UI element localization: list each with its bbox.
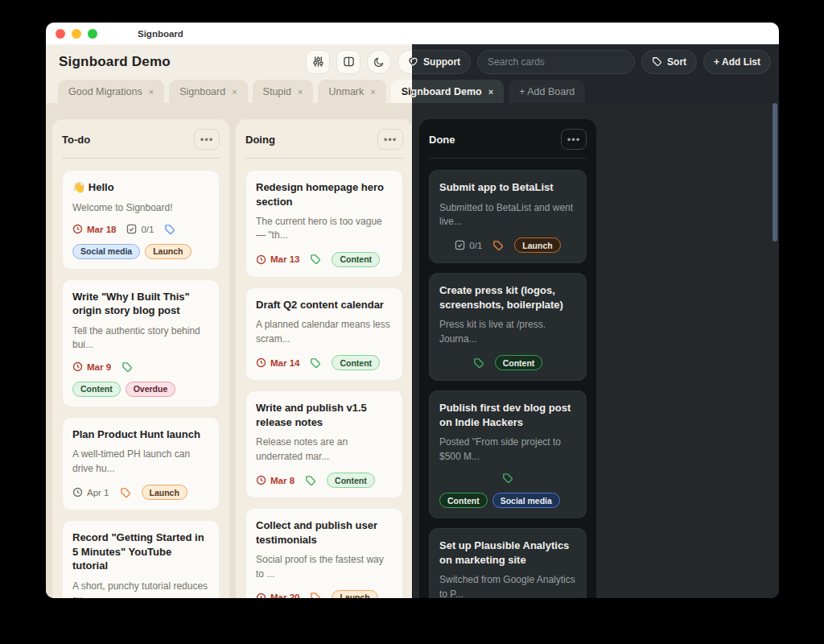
tag-icon	[120, 487, 131, 498]
clock-icon	[72, 361, 83, 372]
card[interactable]: Collect and publish user testimonials So…	[245, 508, 403, 598]
card[interactable]: Plan Product Hunt launch A well-timed PH…	[62, 417, 220, 510]
card-title: 👋 Hello	[72, 180, 209, 195]
tag-pill: Launch	[142, 485, 187, 500]
due-date: Mar 18	[72, 224, 116, 234]
column-todo: To-do ••• 👋 Hello Welcome to Signboard! …	[52, 119, 229, 598]
add-list-button[interactable]: + Add List	[703, 50, 771, 74]
board-view-button[interactable]	[336, 50, 360, 74]
card-description: Welcome to Signboard!	[72, 201, 209, 215]
card[interactable]: Write "Why I Built This" origin story bl…	[62, 279, 220, 407]
column-title: Doing	[245, 134, 275, 146]
tag-pill: Launch	[332, 590, 377, 598]
column-title: Done	[429, 134, 455, 146]
card[interactable]: Set up Plausible Analytics on marketing …	[429, 528, 587, 598]
tag-pill: Content	[327, 473, 375, 488]
divider	[429, 158, 587, 159]
app-window: Signboard Signboard Demo	[46, 23, 779, 598]
card-description: Release notes are an underrated mar...	[256, 436, 393, 464]
card-title: Record "Getting Started in 5 Minutes" Yo…	[72, 530, 209, 573]
column-doing: Doing ••• Redesign homepage hero section…	[236, 119, 413, 598]
tab-good-migrations[interactable]: Good Migrations ×	[58, 80, 164, 103]
card-description: Switched from Google Analytics to P...	[439, 573, 576, 598]
card-title: Redesign homepage hero section	[256, 180, 393, 208]
column-menu-button[interactable]: •••	[561, 129, 587, 150]
card[interactable]: Record "Getting Started in 5 Minutes" Yo…	[62, 520, 220, 598]
tab-label: Stupid	[263, 86, 291, 97]
tag-icon	[164, 224, 175, 235]
close-icon[interactable]: ×	[149, 87, 154, 97]
close-icon[interactable]: ×	[298, 87, 303, 97]
due-date: Mar 20	[256, 592, 299, 598]
card[interactable]: Create press kit (logos, screenshots, bo…	[429, 273, 587, 381]
close-window-button[interactable]	[56, 29, 65, 39]
due-date: Mar 14	[256, 357, 299, 368]
card-title: Plan Product Hunt launch	[72, 427, 209, 442]
card-description: Posted "From side project to $500 M...	[439, 436, 576, 464]
card-description: Submitted to BetaList and went live...	[439, 201, 576, 229]
tag-pill: Launch	[514, 237, 560, 253]
card-title: Publish first dev blog post on Indie Hac…	[439, 401, 576, 429]
tab-add-board[interactable]: + Add Board	[509, 80, 585, 103]
support-label: Support	[423, 56, 460, 68]
column-menu-button[interactable]: •••	[377, 129, 403, 150]
divider	[62, 158, 220, 159]
close-icon[interactable]: ×	[370, 87, 375, 97]
tag-pill: Overdue	[126, 382, 176, 397]
vertical-scrollbar[interactable]	[772, 103, 777, 242]
card-title: Write and publish v1.5 release notes	[256, 401, 393, 429]
tab-label: Good Migrations	[68, 86, 142, 97]
checklist-count: 0/1	[126, 224, 154, 234]
close-icon[interactable]: ×	[232, 87, 237, 97]
sort-label: Sort	[667, 56, 686, 68]
card-title: Create press kit (logos, screenshots, bo…	[439, 283, 576, 312]
card-description: The current hero is too vague — "th...	[256, 215, 393, 243]
card-title: Set up Plausible Analytics on marketing …	[439, 539, 576, 567]
tag-pill: Content	[332, 355, 380, 370]
tab-unmark[interactable]: Unmark ×	[318, 80, 385, 103]
sort-button[interactable]: Sort	[641, 50, 697, 74]
minimize-window-button[interactable]	[72, 29, 81, 39]
theme-split-stage: Signboard Demo	[46, 44, 779, 598]
card-description: A well-timed PH launch can drive hu...	[72, 448, 209, 476]
filter-button[interactable]	[306, 50, 330, 74]
checkbox-icon	[126, 224, 137, 234]
tag-icon	[502, 473, 513, 484]
card-description: A short, punchy tutorial reduces su...	[72, 580, 209, 598]
card-title: Draft Q2 content calendar	[256, 298, 393, 312]
tag-pill: Content	[495, 355, 543, 370]
tag-icon	[473, 357, 484, 369]
tag-icon	[122, 361, 133, 373]
close-icon[interactable]: ×	[488, 87, 493, 97]
card[interactable]: Redesign homepage hero section The curre…	[245, 170, 403, 278]
board-title: Signboard Demo	[59, 54, 171, 70]
card[interactable]: Draft Q2 content calendar A planned cale…	[245, 287, 403, 381]
card[interactable]: Submit app to BetaList Submitted to Beta…	[429, 170, 587, 263]
tag-pill: Social media	[492, 493, 560, 508]
zoom-window-button[interactable]	[88, 29, 97, 39]
column-title: To-do	[62, 134, 90, 146]
card[interactable]: 👋 Hello Welcome to Signboard! Mar 18 0/1	[62, 170, 220, 270]
tab-label: Signboard Demo	[402, 86, 482, 97]
tab-label: Signboard	[179, 86, 225, 97]
columns-icon	[343, 56, 355, 68]
tab-stupid[interactable]: Stupid ×	[253, 80, 314, 103]
column-menu-button[interactable]: •••	[194, 129, 220, 150]
tab-signboard[interactable]: Signboard ×	[169, 80, 247, 103]
tag-pill: Content	[332, 252, 380, 267]
tag-pill: Social media	[72, 244, 140, 259]
tag-icon	[310, 254, 321, 265]
card[interactable]: Write and publish v1.5 release notes Rel…	[245, 390, 403, 498]
tab-label: Unmark	[328, 86, 364, 97]
search-input[interactable]	[477, 50, 635, 74]
card[interactable]: Publish first dev blog post on Indie Hac…	[429, 390, 587, 518]
due-date: Mar 13	[256, 254, 299, 265]
tag-icon	[310, 357, 321, 369]
tag-pill: Content	[72, 382, 121, 397]
dark-mode-toggle[interactable]	[367, 50, 391, 74]
clock-icon	[256, 357, 266, 368]
due-date: Mar 8	[256, 475, 295, 485]
add-list-label: + Add List	[714, 56, 760, 68]
column-done: Done ••• Submit app to BetaList Submitte…	[419, 119, 596, 598]
due-date: Apr 1	[72, 487, 109, 497]
